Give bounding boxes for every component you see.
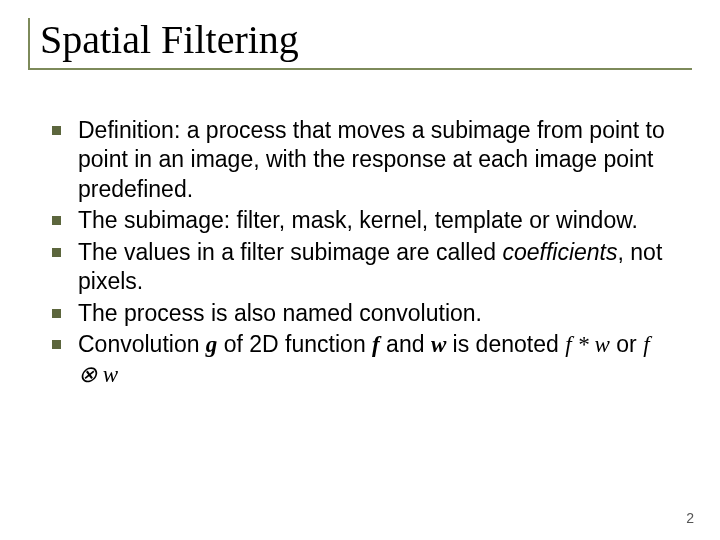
math-fw-star: f * w [565, 332, 610, 357]
bullet-text-emph: coefficients [502, 239, 617, 265]
title-container: Spatial Filtering [28, 18, 692, 70]
math-w: w [431, 332, 446, 357]
bullet-text: The subimage: filter, mask, kernel, temp… [78, 207, 638, 233]
bullet-text: Convolution [78, 331, 206, 357]
bullet-text: and [380, 331, 431, 357]
bullet-text: or [610, 331, 643, 357]
slide: Spatial Filtering Definition: a process … [0, 0, 720, 540]
bullet-text: Definition: a process that moves a subim… [78, 117, 665, 202]
slide-title: Spatial Filtering [40, 18, 692, 62]
bullet-item-2: The subimage: filter, mask, kernel, temp… [46, 206, 674, 235]
bullet-item-3: The values in a filter subimage are call… [46, 238, 674, 297]
page-number: 2 [686, 510, 694, 526]
math-f: f [372, 332, 380, 357]
bullet-item-4: The process is also named convolution. [46, 299, 674, 328]
bullet-text: The values in a filter subimage are call… [78, 239, 502, 265]
bullet-list: Definition: a process that moves a subim… [28, 116, 692, 389]
bullet-text: of 2D function [217, 331, 372, 357]
math-g: g [206, 332, 218, 357]
bullet-item-1: Definition: a process that moves a subim… [46, 116, 674, 204]
bullet-text: The process is also named convolution. [78, 300, 482, 326]
bullet-item-5: Convolution g of 2D function f and w is … [46, 330, 674, 389]
bullet-text: is denoted [446, 331, 565, 357]
